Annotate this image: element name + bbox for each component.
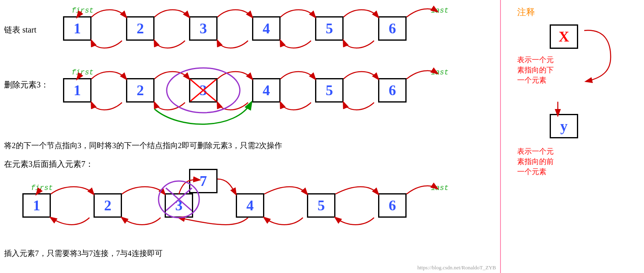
insert-explanation: 插入元素7，只需要将3与7连接，7与4连接即可 — [4, 248, 163, 259]
first-label-row1: first — [72, 7, 94, 15]
main-area: 链表 start first last 1 2 3 4 5 6 删除元素3： f… — [0, 0, 500, 273]
node-row2-1: 1 — [63, 78, 91, 103]
delete-label: 删除元素3： — [4, 79, 49, 90]
node-row3-4: 4 — [236, 193, 264, 218]
node-row2-3: 3 — [189, 78, 218, 103]
first-label-row2: first — [72, 68, 94, 76]
node-row2-4: 4 — [252, 78, 281, 103]
node-row2-5: 5 — [315, 78, 344, 103]
node-row3-3: 3 — [165, 193, 193, 218]
node-row3-1: 1 — [22, 193, 51, 218]
node-row2-6: 6 — [378, 78, 407, 103]
last-label-row2: last — [431, 68, 448, 76]
last-label-row1: last — [431, 7, 448, 15]
node-row1-1: 1 — [63, 16, 91, 41]
watermark: https://blog.csdn.net/RonaldoT_ZYB — [417, 264, 496, 271]
node-insert-7: 7 — [189, 169, 218, 193]
sidebar-down-arrow — [542, 100, 574, 120]
node-row3-5: 5 — [307, 193, 335, 218]
last-label-row3: last — [431, 184, 448, 192]
node-row1-3: 3 — [189, 16, 218, 41]
node-row1-2: 2 — [126, 16, 154, 41]
sidebar-text-x-line1: 表示一个元 素指向的下 一个元素 — [517, 55, 554, 86]
node-row1-5: 5 — [315, 16, 344, 41]
sidebar: 注释 X 表示一个元 素指向的下 一个元素 y 表示一个元 素指向的前 一个元素 — [500, 0, 644, 273]
node-row1-4: 4 — [252, 16, 281, 41]
node-row2-2: 2 — [126, 78, 154, 103]
chain-label: 链表 start — [4, 24, 36, 35]
node-row3-6: 6 — [378, 193, 407, 218]
sidebar-title: 注释 — [517, 6, 535, 18]
insert-label: 在元素3后面插入元素7： — [4, 159, 94, 170]
node-row3-2: 2 — [94, 193, 122, 218]
delete-explanation: 将2的下一个节点指向3，同时将3的下一个结点指向2即可删除元素3，只需2次操作 — [4, 140, 282, 151]
sidebar-text-y-line1: 表示一个元 素指向的前 一个元素 — [517, 146, 554, 177]
first-label-row3: first — [31, 184, 53, 192]
arrows-svg — [0, 0, 500, 273]
node-row1-6: 6 — [378, 16, 407, 41]
